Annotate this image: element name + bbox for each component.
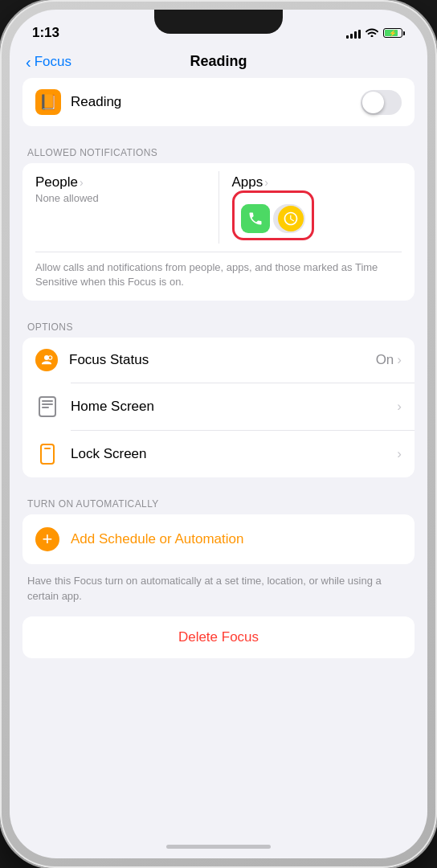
battery-icon: ⚡	[383, 28, 405, 38]
home-screen-label: Home Screen	[71, 399, 154, 415]
turn-on-section-label: TURN ON AUTOMATICALLY	[22, 484, 415, 514]
page-title: Reading	[190, 53, 247, 70]
book-icon: 📙	[35, 89, 61, 115]
status-icons: ⚡	[346, 27, 405, 39]
phone-frame: 1:13 ⚡	[0, 0, 437, 868]
focus-status-value: On	[376, 352, 394, 368]
reading-row: 📙 Reading	[22, 78, 415, 126]
svg-rect-4	[42, 403, 53, 405]
people-sub: None allowed	[35, 192, 206, 204]
focus-status-left: Focus Status	[35, 349, 149, 371]
apps-icons-highlight	[232, 190, 314, 240]
back-label: Focus	[35, 54, 71, 70]
back-button[interactable]: ‹ Focus	[26, 54, 71, 70]
reading-toggle[interactable]	[361, 90, 402, 115]
lock-screen-icon	[35, 442, 59, 466]
notif-grid: People › None allowed Apps ›	[22, 163, 415, 252]
people-column: People › None allowed	[22, 163, 218, 252]
apps-label: Apps	[232, 174, 263, 190]
phone-screen: 1:13 ⚡	[10, 10, 427, 858]
options-section-label: OPTIONS	[22, 307, 415, 338]
reading-label: Reading	[71, 94, 121, 110]
signal-icon	[346, 27, 361, 39]
lock-screen-label: Lock Screen	[71, 446, 147, 462]
clock-app-icon	[278, 206, 304, 231]
svg-point-1	[48, 356, 52, 360]
back-chevron-icon: ‹	[26, 54, 31, 70]
focus-status-chevron-icon: ›	[397, 352, 402, 368]
nav-bar: ‹ Focus Reading	[10, 50, 427, 78]
svg-rect-3	[42, 400, 53, 402]
focus-status-icon	[35, 349, 58, 371]
add-schedule-label: Add Schedule or Automation	[71, 531, 243, 547]
toggle-knob	[362, 92, 384, 113]
lock-screen-row[interactable]: Lock Screen ›	[22, 431, 415, 477]
svg-rect-6	[41, 444, 54, 464]
scroll-content: 📙 Reading ALLOWED NOTIFICATIONS People	[10, 78, 427, 838]
focus-status-row[interactable]: Focus Status On ›	[22, 338, 415, 383]
turn-on-footer: Have this Focus turn on automatically at…	[22, 571, 415, 616]
people-chevron-icon: ›	[80, 176, 84, 189]
plus-circle-icon: +	[35, 527, 59, 551]
add-schedule-row[interactable]: + Add Schedule or Automation	[22, 514, 415, 564]
delete-focus-row[interactable]: Delete Focus	[22, 616, 415, 658]
allowed-notifications-card: People › None allowed Apps ›	[22, 163, 415, 301]
apps-chevron-icon: ›	[264, 176, 268, 189]
home-screen-left: Home Screen	[35, 395, 154, 419]
apps-icons-row	[241, 204, 305, 233]
reading-toggle-card: 📙 Reading	[22, 78, 415, 126]
focus-status-right: On ›	[376, 352, 402, 368]
notif-footer: Allow calls and notifications from peopl…	[22, 252, 415, 301]
allowed-notifications-section-label: ALLOWED NOTIFICATIONS	[22, 133, 415, 163]
reading-left: 📙 Reading	[35, 89, 121, 115]
svg-rect-7	[44, 448, 51, 449]
home-indicator	[166, 845, 271, 849]
apps-link[interactable]: Apps ›	[232, 174, 402, 190]
wifi-icon	[366, 27, 378, 39]
notch	[154, 10, 283, 34]
phone-app-icon	[241, 204, 270, 233]
delete-focus-card: Delete Focus	[22, 616, 415, 658]
delete-focus-label: Delete Focus	[178, 629, 259, 645]
people-link[interactable]: People ›	[35, 174, 206, 190]
toggle-apps	[273, 204, 305, 233]
lock-screen-left: Lock Screen	[35, 442, 147, 466]
people-label: People	[35, 174, 78, 190]
focus-status-label: Focus Status	[69, 352, 149, 368]
svg-rect-5	[42, 407, 49, 408]
options-card: Focus Status On ›	[22, 338, 415, 477]
status-time: 1:13	[32, 25, 59, 41]
lock-screen-chevron-icon: ›	[397, 446, 402, 462]
home-screen-row[interactable]: Home Screen ›	[22, 383, 415, 430]
home-screen-icon	[35, 395, 59, 419]
apps-column: Apps ›	[219, 163, 415, 252]
home-screen-chevron-icon: ›	[397, 399, 402, 415]
turn-on-card: + Add Schedule or Automation	[22, 514, 415, 564]
